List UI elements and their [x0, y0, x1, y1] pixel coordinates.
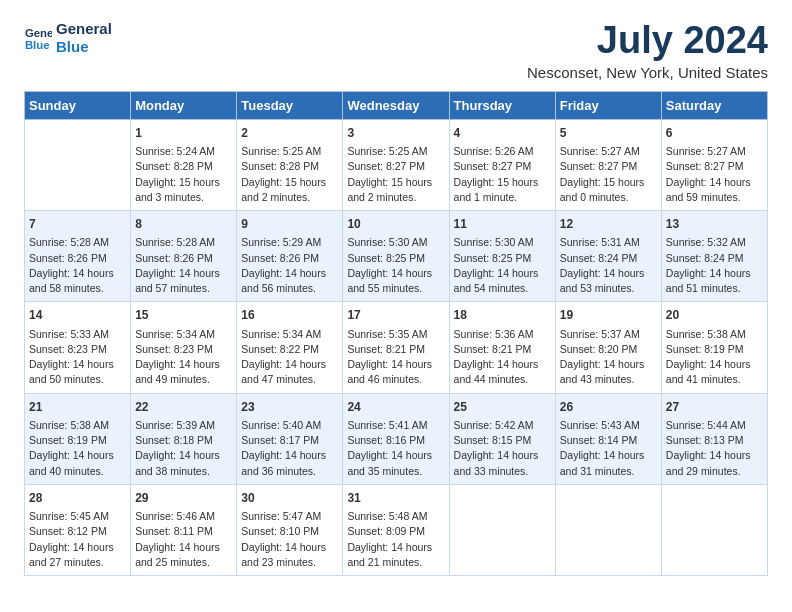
calendar-cell: 30Sunrise: 5:47 AM Sunset: 8:10 PM Dayli…	[237, 484, 343, 575]
logo: General Blue General Blue	[24, 20, 112, 56]
day-number: 7	[29, 216, 126, 233]
calendar-cell: 29Sunrise: 5:46 AM Sunset: 8:11 PM Dayli…	[131, 484, 237, 575]
day-info: Sunrise: 5:41 AM Sunset: 8:16 PM Dayligh…	[347, 418, 444, 479]
day-info: Sunrise: 5:27 AM Sunset: 8:27 PM Dayligh…	[666, 144, 763, 205]
calendar-week-2: 7Sunrise: 5:28 AM Sunset: 8:26 PM Daylig…	[25, 211, 768, 302]
day-number: 17	[347, 307, 444, 324]
day-info: Sunrise: 5:30 AM Sunset: 8:25 PM Dayligh…	[454, 235, 551, 296]
calendar-cell: 9Sunrise: 5:29 AM Sunset: 8:26 PM Daylig…	[237, 211, 343, 302]
calendar-cell	[25, 119, 131, 210]
page-subtitle: Nesconset, New York, United States	[527, 64, 768, 81]
day-info: Sunrise: 5:25 AM Sunset: 8:27 PM Dayligh…	[347, 144, 444, 205]
logo-line2: Blue	[56, 38, 112, 56]
day-number: 16	[241, 307, 338, 324]
day-info: Sunrise: 5:26 AM Sunset: 8:27 PM Dayligh…	[454, 144, 551, 205]
day-info: Sunrise: 5:28 AM Sunset: 8:26 PM Dayligh…	[135, 235, 232, 296]
day-info: Sunrise: 5:42 AM Sunset: 8:15 PM Dayligh…	[454, 418, 551, 479]
day-info: Sunrise: 5:34 AM Sunset: 8:23 PM Dayligh…	[135, 327, 232, 388]
day-info: Sunrise: 5:48 AM Sunset: 8:09 PM Dayligh…	[347, 509, 444, 570]
day-info: Sunrise: 5:47 AM Sunset: 8:10 PM Dayligh…	[241, 509, 338, 570]
calendar-cell: 21Sunrise: 5:38 AM Sunset: 8:19 PM Dayli…	[25, 393, 131, 484]
day-number: 10	[347, 216, 444, 233]
calendar-week-3: 14Sunrise: 5:33 AM Sunset: 8:23 PM Dayli…	[25, 302, 768, 393]
col-header-tuesday: Tuesday	[237, 91, 343, 119]
calendar-week-4: 21Sunrise: 5:38 AM Sunset: 8:19 PM Dayli…	[25, 393, 768, 484]
day-info: Sunrise: 5:32 AM Sunset: 8:24 PM Dayligh…	[666, 235, 763, 296]
calendar-week-5: 28Sunrise: 5:45 AM Sunset: 8:12 PM Dayli…	[25, 484, 768, 575]
calendar-cell: 17Sunrise: 5:35 AM Sunset: 8:21 PM Dayli…	[343, 302, 449, 393]
day-number: 19	[560, 307, 657, 324]
calendar-cell: 15Sunrise: 5:34 AM Sunset: 8:23 PM Dayli…	[131, 302, 237, 393]
day-number: 29	[135, 490, 232, 507]
day-number: 5	[560, 125, 657, 142]
calendar-cell: 5Sunrise: 5:27 AM Sunset: 8:27 PM Daylig…	[555, 119, 661, 210]
day-info: Sunrise: 5:35 AM Sunset: 8:21 PM Dayligh…	[347, 327, 444, 388]
day-number: 18	[454, 307, 551, 324]
svg-text:General: General	[25, 27, 52, 39]
calendar-table: SundayMondayTuesdayWednesdayThursdayFrid…	[24, 91, 768, 576]
day-info: Sunrise: 5:34 AM Sunset: 8:22 PM Dayligh…	[241, 327, 338, 388]
logo-icon: General Blue	[24, 24, 52, 52]
col-header-monday: Monday	[131, 91, 237, 119]
day-number: 15	[135, 307, 232, 324]
col-header-wednesday: Wednesday	[343, 91, 449, 119]
day-number: 28	[29, 490, 126, 507]
calendar-cell: 3Sunrise: 5:25 AM Sunset: 8:27 PM Daylig…	[343, 119, 449, 210]
day-number: 25	[454, 399, 551, 416]
col-header-sunday: Sunday	[25, 91, 131, 119]
day-number: 9	[241, 216, 338, 233]
calendar-cell: 10Sunrise: 5:30 AM Sunset: 8:25 PM Dayli…	[343, 211, 449, 302]
day-info: Sunrise: 5:25 AM Sunset: 8:28 PM Dayligh…	[241, 144, 338, 205]
calendar-cell: 18Sunrise: 5:36 AM Sunset: 8:21 PM Dayli…	[449, 302, 555, 393]
calendar-cell: 16Sunrise: 5:34 AM Sunset: 8:22 PM Dayli…	[237, 302, 343, 393]
col-header-thursday: Thursday	[449, 91, 555, 119]
calendar-cell: 13Sunrise: 5:32 AM Sunset: 8:24 PM Dayli…	[661, 211, 767, 302]
day-info: Sunrise: 5:28 AM Sunset: 8:26 PM Dayligh…	[29, 235, 126, 296]
calendar-cell: 25Sunrise: 5:42 AM Sunset: 8:15 PM Dayli…	[449, 393, 555, 484]
calendar-cell: 28Sunrise: 5:45 AM Sunset: 8:12 PM Dayli…	[25, 484, 131, 575]
day-info: Sunrise: 5:30 AM Sunset: 8:25 PM Dayligh…	[347, 235, 444, 296]
calendar-cell: 22Sunrise: 5:39 AM Sunset: 8:18 PM Dayli…	[131, 393, 237, 484]
title-block: July 2024 Nesconset, New York, United St…	[527, 20, 768, 81]
day-number: 8	[135, 216, 232, 233]
day-number: 27	[666, 399, 763, 416]
day-info: Sunrise: 5:27 AM Sunset: 8:27 PM Dayligh…	[560, 144, 657, 205]
calendar-cell: 1Sunrise: 5:24 AM Sunset: 8:28 PM Daylig…	[131, 119, 237, 210]
day-number: 21	[29, 399, 126, 416]
calendar-cell	[555, 484, 661, 575]
day-info: Sunrise: 5:24 AM Sunset: 8:28 PM Dayligh…	[135, 144, 232, 205]
day-number: 30	[241, 490, 338, 507]
header: General Blue General Blue July 2024 Nesc…	[24, 20, 768, 81]
day-info: Sunrise: 5:43 AM Sunset: 8:14 PM Dayligh…	[560, 418, 657, 479]
day-info: Sunrise: 5:45 AM Sunset: 8:12 PM Dayligh…	[29, 509, 126, 570]
calendar-cell: 24Sunrise: 5:41 AM Sunset: 8:16 PM Dayli…	[343, 393, 449, 484]
day-number: 31	[347, 490, 444, 507]
day-info: Sunrise: 5:39 AM Sunset: 8:18 PM Dayligh…	[135, 418, 232, 479]
calendar-cell: 19Sunrise: 5:37 AM Sunset: 8:20 PM Dayli…	[555, 302, 661, 393]
calendar-cell: 12Sunrise: 5:31 AM Sunset: 8:24 PM Dayli…	[555, 211, 661, 302]
day-info: Sunrise: 5:31 AM Sunset: 8:24 PM Dayligh…	[560, 235, 657, 296]
day-number: 20	[666, 307, 763, 324]
day-number: 22	[135, 399, 232, 416]
calendar-week-1: 1Sunrise: 5:24 AM Sunset: 8:28 PM Daylig…	[25, 119, 768, 210]
day-number: 11	[454, 216, 551, 233]
day-info: Sunrise: 5:33 AM Sunset: 8:23 PM Dayligh…	[29, 327, 126, 388]
page-title: July 2024	[527, 20, 768, 62]
calendar-cell: 23Sunrise: 5:40 AM Sunset: 8:17 PM Dayli…	[237, 393, 343, 484]
calendar-cell: 26Sunrise: 5:43 AM Sunset: 8:14 PM Dayli…	[555, 393, 661, 484]
day-number: 12	[560, 216, 657, 233]
day-info: Sunrise: 5:29 AM Sunset: 8:26 PM Dayligh…	[241, 235, 338, 296]
day-info: Sunrise: 5:37 AM Sunset: 8:20 PM Dayligh…	[560, 327, 657, 388]
day-info: Sunrise: 5:38 AM Sunset: 8:19 PM Dayligh…	[29, 418, 126, 479]
day-number: 26	[560, 399, 657, 416]
day-number: 4	[454, 125, 551, 142]
calendar-cell: 6Sunrise: 5:27 AM Sunset: 8:27 PM Daylig…	[661, 119, 767, 210]
calendar-cell: 4Sunrise: 5:26 AM Sunset: 8:27 PM Daylig…	[449, 119, 555, 210]
day-info: Sunrise: 5:44 AM Sunset: 8:13 PM Dayligh…	[666, 418, 763, 479]
calendar-cell: 8Sunrise: 5:28 AM Sunset: 8:26 PM Daylig…	[131, 211, 237, 302]
day-number: 6	[666, 125, 763, 142]
day-number: 14	[29, 307, 126, 324]
calendar-cell: 20Sunrise: 5:38 AM Sunset: 8:19 PM Dayli…	[661, 302, 767, 393]
calendar-cell	[449, 484, 555, 575]
day-number: 24	[347, 399, 444, 416]
